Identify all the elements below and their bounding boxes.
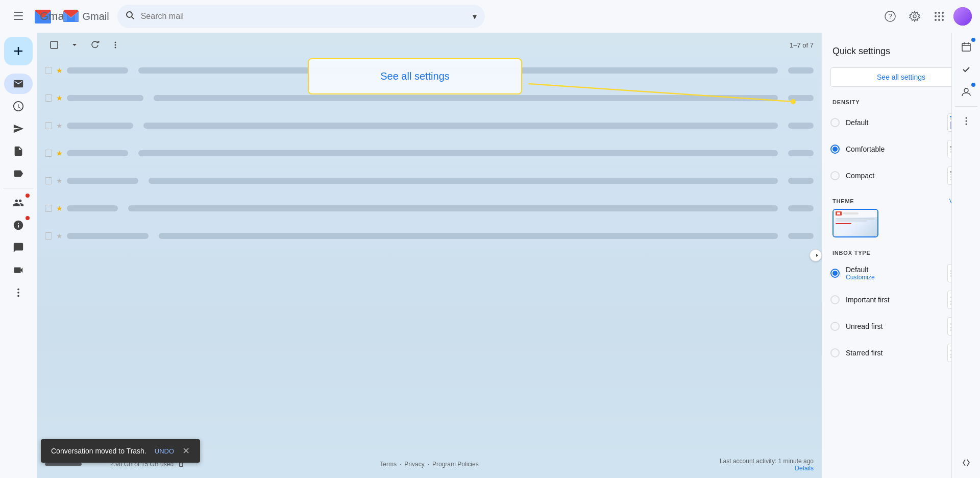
star-icon[interactable]: ★ <box>56 204 63 212</box>
right-calendar-button[interactable] <box>956 37 976 57</box>
select-dropdown-button[interactable] <box>65 36 84 54</box>
svg-point-20 <box>17 289 19 291</box>
more-options-button[interactable] <box>106 36 125 54</box>
inbox-starred-first-radio[interactable] <box>830 348 840 357</box>
search-bar[interactable]: ▾ <box>117 5 485 28</box>
star-icon[interactable]: ★ <box>56 232 63 240</box>
apps-button[interactable] <box>929 6 949 27</box>
sidebar <box>0 33 37 478</box>
panel-expand-toggle[interactable] <box>810 249 822 261</box>
help-button[interactable]: ? <box>880 6 900 27</box>
avatar[interactable] <box>953 7 972 26</box>
table-row[interactable]: ★ <box>41 112 818 139</box>
sidebar-item-chat[interactable] <box>4 237 33 258</box>
calendar-badge <box>971 38 975 42</box>
compose-button[interactable] <box>4 37 33 65</box>
row-checkbox[interactable] <box>45 122 52 129</box>
policies-link[interactable]: Program Policies <box>432 461 479 468</box>
sidebar-item-more[interactable] <box>4 282 33 303</box>
storage-bar-fill <box>45 463 82 466</box>
inbox-unread-first-radio[interactable] <box>830 322 840 331</box>
table-row[interactable]: ★ <box>41 223 818 249</box>
menu-icon[interactable] <box>8 6 29 27</box>
row-checkbox[interactable] <box>45 150 52 157</box>
customize-link[interactable]: Customize <box>846 274 941 281</box>
svg-point-25 <box>115 42 116 43</box>
gmail-brand: Gmail <box>62 10 109 23</box>
density-comfortable-radio[interactable] <box>830 145 840 154</box>
email-subject <box>128 205 778 211</box>
star-icon[interactable]: ★ <box>56 66 63 75</box>
svg-point-26 <box>115 44 116 46</box>
svg-rect-31 <box>962 43 970 51</box>
inbox-default-radio[interactable] <box>830 269 840 278</box>
snackbar-close-button[interactable]: ✕ <box>182 446 190 456</box>
svg-point-8 <box>913 15 916 18</box>
svg-point-35 <box>964 88 968 92</box>
svg-rect-23 <box>51 41 58 49</box>
sidebar-item-labels[interactable] <box>4 163 33 184</box>
inbox-important-first-radio[interactable] <box>830 295 840 304</box>
svg-point-10 <box>938 12 940 14</box>
select-all-button[interactable] <box>45 36 63 54</box>
svg-point-13 <box>938 15 940 17</box>
search-dropdown-icon[interactable]: ▾ <box>473 12 477 21</box>
svg-marker-24 <box>97 41 100 43</box>
inbox-starred-first-label: Starred first <box>846 349 941 357</box>
sidebar-item-drafts[interactable] <box>4 141 33 161</box>
sidebar-item-inbox[interactable] <box>4 74 33 94</box>
terms-link[interactable]: Terms <box>380 461 397 468</box>
right-sidebar-expand[interactable] <box>961 458 971 470</box>
table-row[interactable]: ★ <box>41 140 818 166</box>
search-input[interactable] <box>141 12 467 21</box>
table-row[interactable]: ★ <box>41 57 818 84</box>
svg-point-17 <box>942 19 944 21</box>
density-compact-radio[interactable] <box>830 171 840 180</box>
sidebar-item-meet[interactable] <box>4 260 33 280</box>
density-default-radio[interactable] <box>830 118 840 127</box>
email-list: ★ ★ ★ <box>37 57 822 249</box>
email-time <box>788 150 814 156</box>
mail-toolbar: 1–7 of 7 <box>37 33 822 57</box>
row-checkbox[interactable] <box>45 205 52 212</box>
right-tasks-button[interactable] <box>956 59 976 80</box>
inbox-important-first-label: Important first <box>846 296 941 304</box>
svg-line-5 <box>131 16 134 19</box>
email-sender <box>67 205 118 211</box>
row-checkbox[interactable] <box>45 177 52 184</box>
settings-button[interactable] <box>904 6 925 27</box>
footer-links: Terms · Privacy · Program Policies <box>380 461 478 468</box>
sidebar-item-sent[interactable] <box>4 118 33 139</box>
refresh-button[interactable] <box>86 36 104 54</box>
email-time <box>788 123 814 129</box>
info-badge <box>26 216 30 220</box>
snackbar-undo-button[interactable]: Undo <box>155 447 174 455</box>
email-sender <box>67 67 128 74</box>
row-checkbox[interactable] <box>45 67 52 74</box>
sidebar-item-snooze[interactable] <box>4 96 33 116</box>
row-checkbox[interactable] <box>45 94 52 102</box>
density-default-label: Default <box>846 118 941 127</box>
sidebar-item-info[interactable] <box>4 215 33 235</box>
sidebar-item-people[interactable] <box>4 193 33 213</box>
email-subject <box>143 123 778 129</box>
row-checkbox[interactable] <box>45 232 52 240</box>
table-row[interactable]: ★ <box>41 85 818 111</box>
star-icon[interactable]: ★ <box>56 149 63 157</box>
storage-bar <box>45 463 106 466</box>
right-more-button[interactable] <box>956 111 976 131</box>
star-icon[interactable]: ★ <box>56 94 63 102</box>
right-contacts-button[interactable] <box>956 82 976 102</box>
details-link[interactable]: Details <box>720 465 814 472</box>
email-subject <box>149 178 778 184</box>
email-sender <box>67 233 149 239</box>
see-all-settings-button[interactable]: See all settings <box>830 67 972 87</box>
snackbar-message: Conversation moved to Trash. <box>51 447 146 455</box>
svg-rect-1 <box>14 15 23 16</box>
table-row[interactable]: ★ <box>41 168 818 194</box>
density-compact-label: Compact <box>846 172 941 180</box>
star-icon[interactable]: ★ <box>56 122 63 130</box>
table-row[interactable]: ★ <box>41 195 818 222</box>
privacy-link[interactable]: Privacy <box>404 461 424 468</box>
star-icon[interactable]: ★ <box>56 177 63 185</box>
